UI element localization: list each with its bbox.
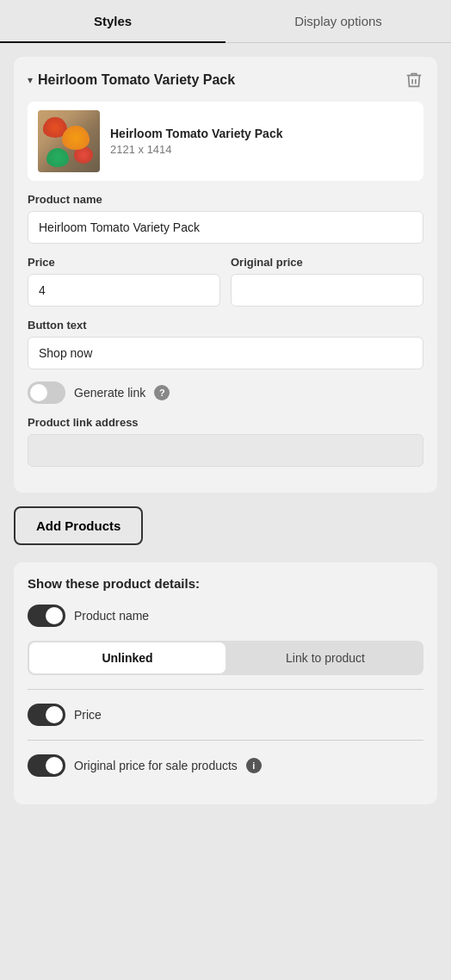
price-input[interactable] <box>28 274 220 307</box>
link-segment-control: Unlinked Link to product <box>28 641 423 675</box>
product-link-label: Product link address <box>28 416 423 429</box>
generate-link-toggle[interactable] <box>28 381 65 404</box>
product-name-field-group: Product name <box>28 193 423 244</box>
price-col: Price <box>28 256 220 307</box>
show-price-label: Price <box>74 708 102 722</box>
show-original-price-label: Original price for sale products <box>74 759 238 772</box>
segment-unlinked[interactable]: Unlinked <box>29 642 226 673</box>
toggle-knob <box>46 607 63 624</box>
chevron-down-icon: ▾ <box>28 74 33 86</box>
button-text-field-group: Button text <box>28 319 423 369</box>
show-product-name-label: Product name <box>74 609 149 623</box>
main-content: ▾ Heirloom Tomato Variety Pack Heirloom … <box>0 43 451 818</box>
price-row: Price Original price <box>28 256 423 307</box>
generate-link-help-icon[interactable]: ? <box>154 385 170 400</box>
product-card: ▾ Heirloom Tomato Variety Pack Heirloom … <box>14 57 437 493</box>
product-image-name: Heirloom Tomato Variety Pack <box>110 127 282 140</box>
tabs-bar: Styles Display options <box>0 0 451 43</box>
generate-link-label: Generate link <box>74 386 145 400</box>
original-price-input[interactable] <box>231 274 423 307</box>
divider <box>28 689 423 690</box>
product-image-row: Heirloom Tomato Variety Pack 2121 x 1414 <box>28 102 423 181</box>
tab-styles[interactable]: Styles <box>0 0 226 42</box>
button-text-input[interactable] <box>28 337 423 369</box>
product-info: Heirloom Tomato Variety Pack 2121 x 1414 <box>110 127 282 156</box>
product-thumbnail <box>38 110 100 172</box>
tab-display-options[interactable]: Display options <box>226 0 451 42</box>
show-original-price-toggle[interactable] <box>28 754 65 777</box>
original-price-label: Original price <box>231 256 423 269</box>
product-header: ▾ Heirloom Tomato Variety Pack <box>28 71 423 90</box>
add-products-button[interactable]: Add Products <box>14 506 143 545</box>
product-link-input[interactable] <box>28 434 423 467</box>
show-details-card: Show these product details: Product name… <box>14 562 437 804</box>
product-header-left: ▾ Heirloom Tomato Variety Pack <box>28 72 235 88</box>
product-image <box>38 110 100 172</box>
show-price-row: Price <box>28 704 423 726</box>
button-text-label: Button text <box>28 319 423 332</box>
product-name-label: Product name <box>28 193 423 206</box>
divider2 <box>28 740 423 741</box>
generate-link-row: Generate link ? <box>28 381 423 404</box>
price-label: Price <box>28 256 220 269</box>
original-price-col: Original price <box>231 256 423 307</box>
toggle-knob <box>46 706 63 723</box>
show-price-toggle[interactable] <box>28 704 65 726</box>
delete-product-icon[interactable] <box>405 71 423 90</box>
segment-link-to-product[interactable]: Link to product <box>227 641 423 675</box>
product-image-dims: 2121 x 1414 <box>110 143 282 156</box>
product-link-field-group: Product link address <box>28 416 423 467</box>
show-product-name-toggle[interactable] <box>28 605 65 627</box>
show-original-price-row: Original price for sale products i <box>28 754 423 777</box>
original-price-info-icon[interactable]: i <box>246 758 262 773</box>
toggle-knob <box>30 384 47 401</box>
toggle-knob <box>46 757 63 774</box>
product-card-title: Heirloom Tomato Variety Pack <box>38 72 235 88</box>
show-product-name-row: Product name <box>28 605 423 627</box>
product-name-input[interactable] <box>28 211 423 244</box>
show-details-title: Show these product details: <box>28 576 423 591</box>
